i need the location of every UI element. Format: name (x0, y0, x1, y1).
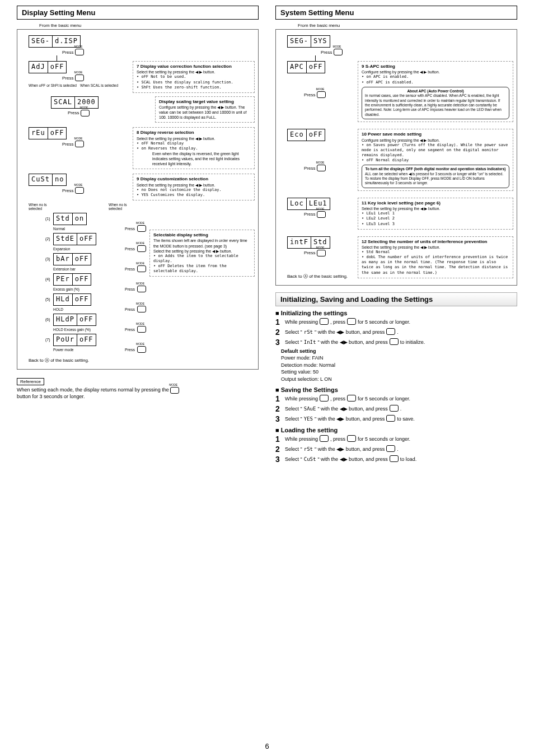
seg-item-l: HLd (54, 294, 73, 305)
box12: 12 Selecting the number of units of inte… (358, 236, 513, 278)
mode-button-icon[interactable] (137, 346, 146, 353)
seg-item-r: oFF (77, 234, 96, 245)
seg-item: bAroFF (53, 253, 91, 265)
set-button-icon[interactable] (347, 318, 356, 325)
mode-button-icon[interactable] (390, 455, 399, 462)
init-title-bar: Initializing, Saving and Loading the Set… (275, 292, 517, 306)
apc-sub-title: About APC (Auto Power Control) (365, 89, 506, 94)
mode-button-icon[interactable] (390, 338, 399, 345)
box9-intro: Select the setting by pressing the ◀ ▶ b… (137, 183, 251, 188)
seg-item-l: PoUr (54, 334, 77, 346)
mode-button-icon[interactable] (386, 328, 395, 335)
step-num: 3 (275, 414, 283, 423)
seg-scal: SCAL 2000 (51, 96, 99, 109)
press-label: Press (62, 76, 73, 81)
page-number: 6 (0, 742, 534, 750)
sv3-c: " with the ◀▶ button, and press (315, 416, 385, 422)
mode-button-icon[interactable] (81, 110, 90, 116)
seg-item-r: oFF (77, 314, 96, 325)
box9: 9 Display customization selection Select… (133, 174, 255, 200)
reference-badge: Reference (17, 378, 44, 385)
mode-button-icon[interactable] (386, 445, 395, 452)
press-label: Press (125, 267, 135, 271)
box-scal-body: Configure setting by pressing the ◀ ▶ bu… (159, 105, 251, 120)
ld-on-button-icon[interactable] (320, 395, 329, 402)
mode-button-icon[interactable] (137, 326, 146, 333)
item-label: Normal (53, 227, 65, 231)
box9s: 9 S-APC setting Configure setting by pre… (358, 61, 513, 122)
box-scal: Display scaling target value setting Con… (155, 96, 255, 123)
ld-on-button-icon[interactable] (320, 435, 329, 442)
seg-cust: CuSt no (29, 174, 67, 186)
sv2-b: SAuE (304, 406, 316, 412)
box7-li3: ShFt Uses the zero-shift function. (141, 85, 221, 90)
branch-left-text: When oFF or ShFt is selected (29, 83, 78, 87)
step-num: 3 (275, 455, 283, 464)
mode-button-icon[interactable] (75, 141, 84, 147)
mode-button-icon[interactable] (137, 286, 146, 292)
sv3-d: to save. (397, 416, 415, 422)
seg-eco: Eco oFF (287, 129, 325, 141)
ld3-b: CuSt (304, 456, 316, 462)
mode-button-icon[interactable] (137, 306, 146, 312)
step3-a: Select " (285, 339, 302, 345)
sv3-b: YES (304, 416, 313, 422)
box9-title: 9 Display customization selection (137, 176, 251, 182)
seg-item: PoUroFF (53, 334, 96, 346)
seg-item: HLdPoFF (53, 314, 96, 326)
box7-intro: Select the setting by pressing the ◀ ▶ b… (137, 69, 251, 74)
mode-button-icon[interactable] (334, 49, 343, 55)
mode-button-icon[interactable] (390, 405, 399, 412)
step-num: 3 (275, 338, 283, 347)
ld-on-button-icon[interactable] (320, 318, 329, 325)
box-sel-title: Selectable display setting (153, 232, 251, 238)
mode-button-icon[interactable] (317, 91, 326, 98)
box-sel-li2: oFF Deletes the item from the selectable… (153, 264, 227, 273)
mode-button-icon[interactable] (317, 211, 326, 218)
step1-a: While pressing (285, 319, 318, 325)
eco-subbox: To turn all the displays OFF (both digit… (362, 165, 509, 188)
item-label: Excess gain (%) (53, 287, 79, 291)
ref-note2: button for 3 seconds or longer. (17, 394, 85, 399)
mode-button-icon[interactable] (75, 74, 84, 81)
set-button-icon[interactable] (347, 395, 356, 402)
seg-item-r: oFF (73, 294, 91, 305)
press-label: Press (125, 307, 135, 311)
seg-disp: SEG- d.ISP (29, 35, 81, 48)
seg-apc: APC oFF (287, 61, 325, 73)
item-label: HOLD (53, 307, 63, 311)
from-basic-left: From the basic menu (39, 23, 259, 28)
mode-button-icon[interactable] (317, 250, 326, 256)
box-sel-body: The items shown left are displayed in or… (153, 238, 251, 248)
mode-button-icon[interactable] (137, 265, 146, 272)
default-setting-title: Default setting (281, 348, 316, 354)
apc-sub-body: In normal cases, use the sensor with APC… (365, 94, 506, 117)
box9s-li1: on APC is enabled. (366, 74, 409, 79)
mode-button-icon[interactable] (75, 49, 84, 55)
box10-intro: Configure setting by pressing the ◀ ▶ bu… (362, 138, 509, 143)
box8-intro: Select the setting by pressing the ◀ ▶ b… (137, 136, 251, 141)
ld1-c: for 5 seconds or longer. (358, 436, 410, 442)
mode-button-icon[interactable] (137, 225, 146, 232)
set-button-icon[interactable] (347, 435, 356, 442)
def2: Detection mode: Normal (281, 362, 335, 368)
press-label: Press (62, 50, 73, 55)
seg-item-l: bAr (54, 254, 73, 265)
step2-c: " with the ◀▶ button, and press (315, 329, 385, 335)
seg-item: Stdon (53, 213, 87, 225)
box8-note: Even when the display is reversed, the g… (152, 151, 251, 166)
mode-button-icon[interactable] (317, 165, 326, 171)
mode-button-icon[interactable] (386, 415, 395, 422)
box12-intro: Select the setting by pressing the ◀ ▶ b… (362, 245, 509, 250)
seg-rev-r: oFF (48, 128, 67, 139)
mode-button-icon[interactable] (75, 187, 84, 194)
from-basic-right: From the basic menu (298, 23, 517, 28)
ld3-d: to load. (400, 456, 417, 462)
box-scal-title: Display scaling target value setting (159, 99, 251, 105)
eco-sub-title: To turn all the displays OFF (both digit… (365, 167, 506, 171)
box9-li2: YES Customizes the display. (141, 193, 205, 197)
item-index: (6) (45, 318, 53, 321)
step3-b: InIt (304, 339, 316, 345)
mode-button-icon[interactable] (170, 387, 179, 394)
mode-button-icon[interactable] (137, 245, 146, 252)
